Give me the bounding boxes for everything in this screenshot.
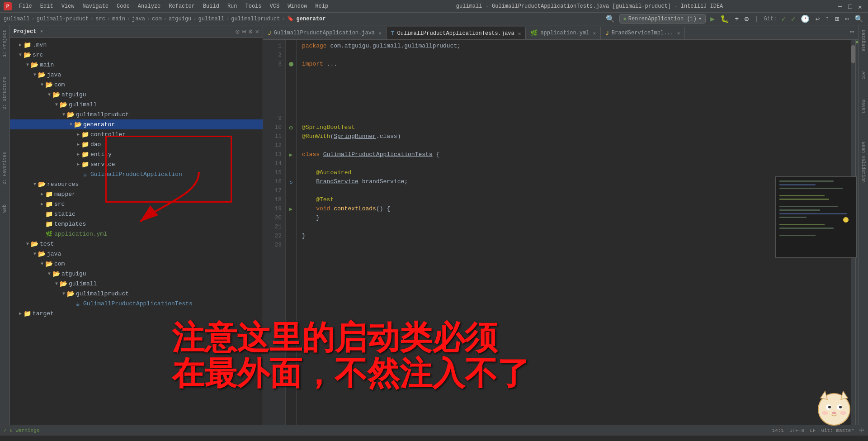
code-line-12 [302,141,851,150]
tree-item-atguigu[interactable]: ▼ 📂 atguigu [10,90,263,100]
search-icon[interactable]: 🔍 [605,14,616,24]
git-check-icon[interactable]: ✓ [780,14,787,24]
gutter-arrow-19[interactable]: ▶ [289,206,292,213]
menu-view[interactable]: View [58,2,78,10]
scrollbar-thumb[interactable] [851,45,855,63]
menu-analyze[interactable]: Analyze [134,2,164,10]
more-run-icon[interactable]: ⚙ [744,14,750,24]
git-tick-icon[interactable]: ✓ [790,14,797,24]
run-button[interactable]: ▶ [709,14,716,24]
close-button[interactable]: ✕ [858,3,864,9]
menu-vcs[interactable]: VCS [266,2,283,10]
gutter-arrow-13[interactable]: ▶ [289,152,292,158]
bc-pruduct[interactable]: gulimall-pruduct [37,16,89,22]
tree-item-com[interactable]: ▼ 📂 com [10,80,263,90]
code-content[interactable]: package com.atguigu.gulimall.gulimallpru… [297,40,851,425]
tree-item-static[interactable]: 📁 static [10,209,263,219]
svg-marker-16 [821,391,827,399]
web-toggle[interactable]: Web [1,202,8,215]
tree-item-java[interactable]: ▼ 📂 java [10,70,263,80]
bc-gulimallpruduct[interactable]: gulimallpruduct [231,16,280,22]
tree-item-app-yml[interactable]: 🌿 application.yml [10,229,263,239]
tree-item-service[interactable]: ▶ 📁 service [10,159,263,169]
menu-navigate[interactable]: Navigate [79,2,112,10]
menu-window[interactable]: Window [284,2,311,10]
tab-close-yml[interactable]: ✕ [593,30,596,36]
tree-item-gulimall-test[interactable]: ▼ 📂 gulimall [10,279,263,289]
status-encoding[interactable]: UTF-8 [789,428,804,433]
tab-close-tests[interactable]: ✕ [518,31,521,37]
maven-toggle[interactable]: Maven [860,97,867,116]
svg-rect-8 [779,209,820,211]
tab-brandserviceimpl[interactable]: J BrandServiceImpl... ✕ [601,27,685,39]
bc-com[interactable]: com [152,16,162,22]
bc-gulimall2[interactable]: gulimall [198,16,225,22]
panel-dropdown[interactable]: ▾ [40,28,43,35]
coverage-button[interactable]: ☂ [734,14,740,24]
ant-toggle[interactable]: Ant [860,69,867,82]
tabs-overflow[interactable]: ⋯ [849,25,858,39]
menu-code[interactable]: Code [113,2,133,10]
menu-edit[interactable]: Edit [37,2,57,10]
tab-gulimall-app[interactable]: J GulimallPruductApplication.java ✕ [263,27,387,39]
menu-run[interactable]: Run [224,2,241,10]
git-menu-icon[interactable]: ⋯ [844,14,850,24]
git-history-icon[interactable]: 🕐 [800,14,811,24]
tree-item-controller[interactable]: ▶ 📁 controller [10,129,263,139]
tab-gulimall-tests[interactable]: T GulimallPruductApplicationTests.java ✕ [387,27,526,39]
tab-application-yml[interactable]: 🌿 application.yml ✕ [526,27,601,39]
menu-tools[interactable]: Tools [242,2,265,10]
tree-item-src2[interactable]: ▶ 📁 src [10,199,263,209]
tree-item-dao[interactable]: ▶ 📁 dao [10,139,263,149]
tree-item-mapper[interactable]: ▶ 📁 mapper [10,189,263,199]
tree-item-gulimall[interactable]: ▼ 📂 gulimall [10,100,263,109]
tree-item-generator[interactable]: ▼ 📂 generator [10,119,263,129]
panel-settings-icon[interactable]: ⚙ [249,28,252,35]
tree-item-templates[interactable]: 📁 templates [10,219,263,229]
git-diff-icon[interactable]: ⊞ [834,14,840,24]
status-line-ending[interactable]: LF [810,428,816,433]
tree-item-app-tests[interactable]: ☕ GulimallPruductApplicationTests [10,299,263,308]
tree-item-app-main[interactable]: ☕ GulimallPruductApplication [10,169,263,179]
debug-button[interactable]: 🐛 [719,14,730,24]
tree-item-entity[interactable]: ▶ 📁 entity [10,149,263,159]
tree-item-atguigu-test[interactable]: ▼ 📂 atguigu [10,269,263,279]
tree-item-gulimallpruduct-test[interactable]: ▼ 📂 gulimallpruduct [10,289,263,299]
tree-item-main[interactable]: ▼ 📂 main [10,60,263,70]
favorites-toggle[interactable]: 2: Favorites [1,149,8,187]
bean-validation-toggle[interactable]: Bean Validation [860,139,867,185]
tree-item-target[interactable]: ▶ 📁 target [10,308,263,318]
bc-src[interactable]: src [95,16,105,22]
tree-item-com-test[interactable]: ▼ 📂 com [10,259,263,269]
git-undo-icon[interactable]: ↩ [814,14,821,24]
menu-build[interactable]: Build [199,2,223,10]
project-panel-toggle[interactable]: 1: Project [1,27,8,60]
bc-gulimall[interactable]: gulimall [4,16,30,22]
bc-java[interactable]: java [132,16,145,22]
tree-item-mvn[interactable]: ▶ 📁 .mvn [10,40,263,50]
bc-main[interactable]: main [112,16,125,22]
menu-refactor[interactable]: Refactor [165,2,198,10]
menu-help[interactable]: Help [311,2,332,10]
panel-collapse-icon[interactable]: ⊟ [242,28,246,35]
tree-item-java-test[interactable]: ▼ 📂 java [10,249,263,259]
panel-close-icon[interactable]: ✕ [255,28,259,35]
minimize-button[interactable]: ─ [838,3,844,9]
structure-panel-toggle[interactable]: 2: Structure [1,74,8,112]
git-push-icon[interactable]: ↑ [824,14,830,24]
tree-item-gulimallpruduct[interactable]: ▼ 📂 gulimallpruduct [10,109,263,119]
global-search-icon[interactable]: 🔍 [854,14,864,24]
tab-close-brand[interactable]: ✕ [677,30,680,36]
tree-item-resources[interactable]: ▼ 📂 resources [10,179,263,189]
tree-item-src[interactable]: ▼ 📂 src [10,50,263,60]
menu-file[interactable]: File [15,2,36,10]
gutter-refresh-16[interactable]: ↻ [289,179,292,185]
panel-locate-icon[interactable]: ◎ [236,28,239,35]
maximize-button[interactable]: □ [848,3,854,9]
tab-close-app[interactable]: ✕ [378,30,382,36]
code-line-20: } [302,213,851,223]
database-toggle[interactable]: Database [860,27,867,54]
run-config-dropdown[interactable]: ● RenrenApplication (1) ▾ [619,14,706,24]
bc-atguigu[interactable]: atguigu [169,16,191,22]
tree-item-test[interactable]: ▼ 📂 test [10,239,263,249]
